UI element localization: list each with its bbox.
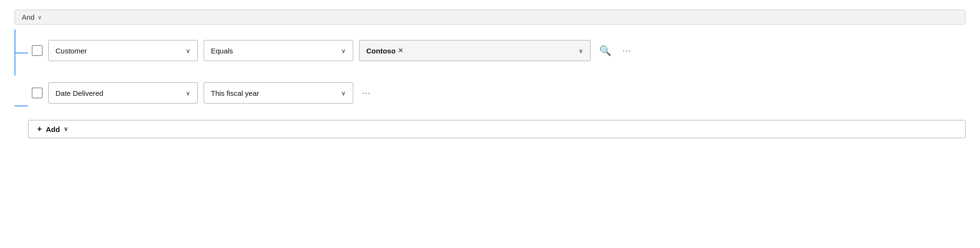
row1-value-chevron-icon: ∨ <box>579 47 583 54</box>
filter-panel: And ∨ Customer ∨ Equals ∨ <box>14 10 966 138</box>
row1-value-dropdown[interactable]: Contoso × ∨ <box>359 40 591 61</box>
add-chevron-icon: ∨ <box>64 126 68 132</box>
add-plus-icon: + <box>37 124 42 134</box>
row2-operator-chevron-icon: ∨ <box>341 90 346 97</box>
row1-search-button[interactable]: 🔍 <box>596 42 614 59</box>
row1-field-dropdown[interactable]: Customer ∨ <box>48 40 198 61</box>
row1-value-close-icon[interactable]: × <box>399 47 403 54</box>
row1-more-dots-icon: ··· <box>622 46 631 56</box>
filter-rows-wrapper: Customer ∨ Equals ∨ Contoso × ∨ 🔍 <box>14 29 966 114</box>
row1-operator-chevron-icon: ∨ <box>341 47 346 54</box>
row2-operator-dropdown[interactable]: This fiscal year ∨ <box>204 82 353 104</box>
row1-more-button[interactable]: ··· <box>620 44 634 58</box>
row1-value-text: Contoso <box>366 47 396 55</box>
row2-field-label: Date Delivered <box>55 89 103 97</box>
row1-checkbox[interactable] <box>32 45 42 56</box>
filter-row-2: Date Delivered ∨ This fiscal year ∨ ··· <box>32 72 634 114</box>
filter-row-1: Customer ∨ Equals ∨ Contoso × ∨ 🔍 <box>32 29 634 72</box>
row2-more-dots-icon: ··· <box>362 88 371 98</box>
h-line-row2 <box>14 105 28 106</box>
and-chevron-icon: ∨ <box>38 14 42 21</box>
add-label: Add <box>46 125 60 133</box>
row1-field-chevron-icon: ∨ <box>186 47 191 54</box>
filter-rows: Customer ∨ Equals ∨ Contoso × ∨ 🔍 <box>32 29 634 114</box>
row2-checkbox[interactable] <box>32 88 42 98</box>
row2-field-chevron-icon: ∨ <box>186 90 191 97</box>
row2-field-dropdown[interactable]: Date Delivered ∨ <box>48 82 198 104</box>
row1-operator-dropdown[interactable]: Equals ∨ <box>204 40 353 61</box>
connector-column <box>14 29 28 114</box>
add-button[interactable]: + Add ∨ <box>28 120 966 138</box>
h-line-row1 <box>14 52 28 53</box>
row1-field-label: Customer <box>55 47 87 55</box>
search-icon: 🔍 <box>599 45 611 56</box>
row2-more-button[interactable]: ··· <box>359 86 373 100</box>
and-operator-button[interactable]: And ∨ <box>14 10 966 25</box>
row2-operator-label: This fiscal year <box>211 89 259 97</box>
row1-operator-label: Equals <box>211 47 233 55</box>
and-label: And <box>22 13 35 21</box>
row1-value-tag: Contoso × <box>366 47 575 55</box>
